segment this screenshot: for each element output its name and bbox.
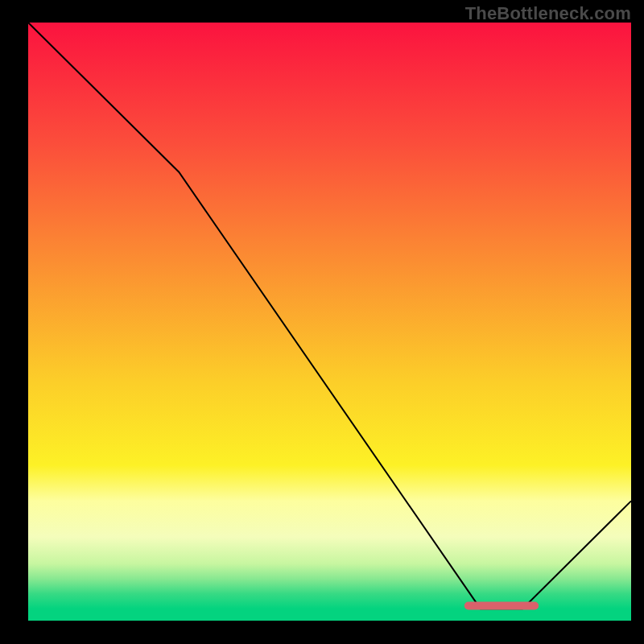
chart-container: TheBottleneck.com xyxy=(0,0,644,644)
watermark-text: TheBottleneck.com xyxy=(465,3,631,24)
bottleneck-chart xyxy=(0,0,644,644)
